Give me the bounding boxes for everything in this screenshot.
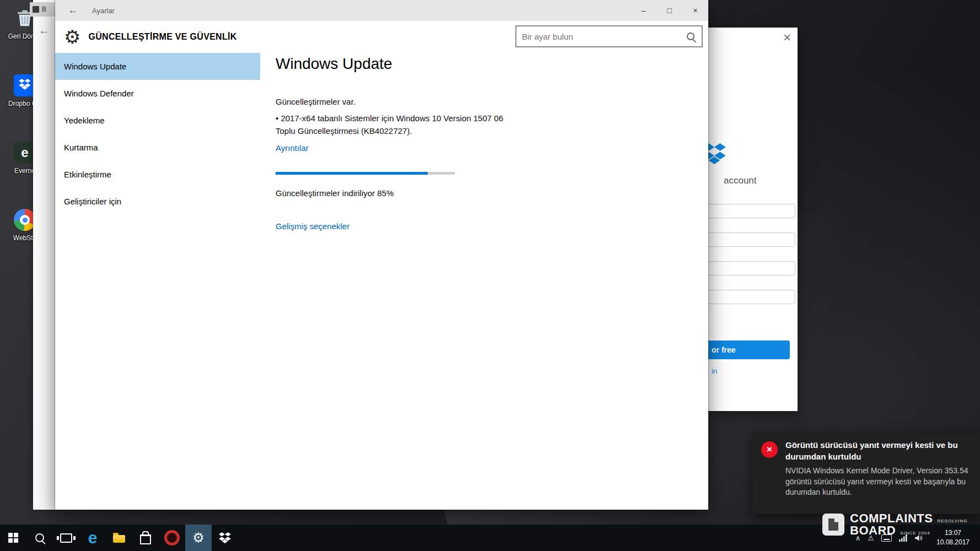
- gear-icon: ⚙: [64, 28, 80, 46]
- section-heading: Windows Update: [276, 55, 392, 73]
- edge-icon: e: [88, 530, 98, 546]
- gear-icon: ⚙: [192, 531, 204, 544]
- advanced-options-link[interactable]: Gelişmiş seçenekler: [276, 222, 349, 231]
- details-link[interactable]: Ayrıntılar: [276, 143, 309, 153]
- taskbar-opera-button[interactable]: [159, 525, 185, 551]
- dropbox-heading-fragment: account: [724, 175, 757, 186]
- back-icon[interactable]: ←: [33, 24, 55, 37]
- taskbar-file-explorer-button[interactable]: [106, 525, 132, 551]
- signup-button-label: or free: [712, 345, 736, 354]
- taskbar-dropbox-button[interactable]: [212, 525, 238, 551]
- nav-item-yedekleme[interactable]: Yedekleme: [55, 107, 260, 134]
- taskbar-search-button[interactable]: [26, 525, 53, 551]
- error-icon: ×: [761, 441, 778, 458]
- watermark-line2: BOARD: [850, 525, 896, 537]
- dropbox-lastname-field[interactable]: [708, 233, 795, 247]
- watermark: COMPLAINTS RESOLVING BOARD SINCE 2004: [822, 512, 968, 537]
- dropbox-password-field[interactable]: [708, 290, 795, 304]
- nav-item-kurtarma[interactable]: Kurtarma: [55, 134, 260, 161]
- update-status-text: Güncelleştirmeler var.: [276, 97, 356, 106]
- search-icon[interactable]: [687, 33, 694, 40]
- complaintsboard-logo-icon: [822, 514, 844, 536]
- task-view-icon: [60, 533, 72, 543]
- update-item-line1: • 2017-x64 tabanlı Sistemler için Window…: [276, 114, 503, 123]
- opera-icon: [164, 530, 180, 545]
- toast-title: Görüntü sürücüsü yanıt vermeyi kesti ve …: [785, 440, 972, 462]
- dropbox-window: × account or free in: [708, 28, 798, 411]
- dropbox-icon: [219, 532, 231, 543]
- watermark-sub1: RESOLVING: [937, 518, 967, 523]
- progress-bar: [276, 172, 455, 175]
- folder-icon: [113, 535, 125, 543]
- app-icon: [33, 6, 39, 13]
- close-icon[interactable]: ×: [783, 30, 791, 45]
- dropbox-logo-icon: [708, 143, 726, 164]
- taskbar-settings-button[interactable]: ⚙: [185, 525, 212, 551]
- settings-nav: Windows Update Windows Defender Yedeklem…: [55, 53, 260, 215]
- task-view-button[interactable]: [53, 525, 79, 551]
- taskbar-store-button[interactable]: [132, 525, 159, 551]
- back-icon[interactable]: ←: [68, 5, 78, 16]
- settings-window: ← Ayarlar – □ × ⚙ GÜNCELLEŞTİRME VE GÜVE…: [55, 0, 708, 510]
- dropbox-firstname-field[interactable]: [708, 204, 795, 218]
- nav-item-windows-update[interactable]: Windows Update: [55, 53, 260, 80]
- watermark-line1: COMPLAINTS: [850, 512, 933, 525]
- nav-item-windows-defender[interactable]: Windows Defender: [55, 80, 260, 107]
- window-title: Ayarlar: [92, 7, 115, 15]
- taskbar-edge-button[interactable]: e: [79, 525, 106, 551]
- nav-item-gelistiriciler[interactable]: Geliştiriciler için: [55, 188, 260, 215]
- clock-date: 10.08.2017: [929, 538, 977, 547]
- toast-body: NVIDIA Windows Kernel Mode Driver, Versi…: [785, 466, 972, 498]
- background-window-strip: ←: [33, 0, 55, 510]
- notification-toast[interactable]: × Görüntü sürücüsü yanıt vermeyi kesti v…: [752, 433, 980, 514]
- search-icon: [35, 533, 44, 542]
- desktop: Geri Dönüş Dropbo GB e Everno WebSto ← B…: [0, 0, 980, 551]
- update-item-line2: Toplu Güncelleştirmesi (KB4022727).: [276, 126, 412, 136]
- signup-button[interactable]: or free: [708, 341, 790, 359]
- progress-label: Güncelleştirmeler indiriliyor 85%: [276, 188, 394, 198]
- dropbox-email-field[interactable]: [708, 261, 795, 276]
- background-window-title: B: [42, 6, 46, 13]
- start-button[interactable]: [0, 525, 26, 551]
- windows-logo-icon: [8, 533, 18, 543]
- settings-main: Windows Update Güncelleştirmeler var. • …: [276, 0, 683, 510]
- watermark-text: COMPLAINTS RESOLVING BOARD SINCE 2004: [850, 512, 968, 537]
- progress-bar-fill: [276, 172, 428, 175]
- toast-text: Görüntü sürücüsü yanıt vermeyi kesti ve …: [785, 440, 972, 498]
- signin-link[interactable]: in: [712, 367, 717, 375]
- close-button[interactable]: ×: [682, 0, 708, 21]
- nav-item-etkinlestirme[interactable]: Etkinleştirme: [55, 161, 260, 188]
- page-title: GÜNCELLEŞTİRME VE GÜVENLİK: [88, 32, 236, 42]
- background-window-titlebar[interactable]: B: [30, 2, 55, 17]
- store-bag-icon: [140, 534, 151, 544]
- watermark-sub2: SINCE 2004: [900, 531, 930, 536]
